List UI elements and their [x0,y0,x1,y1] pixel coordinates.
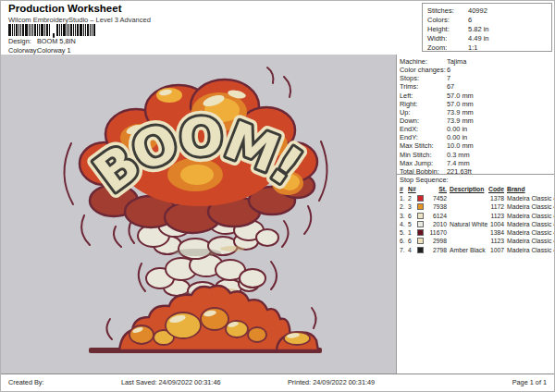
machine-info-value: 0.00 in [447,133,467,141]
barcode-bar [59,24,60,36]
stitch-count: 2998 [428,238,450,244]
stitch-count: 2798 [428,247,450,253]
machine-info-label: Left: [400,92,447,100]
summary-value: 40992 [468,6,487,15]
machine-info-value: 7 [447,74,450,82]
summary-value: 4.49 in [468,34,489,43]
needle-number: 4 [408,247,417,253]
barcode-bar [61,24,62,36]
machine-info-row: Right:57.0 mm [400,100,553,108]
barcode-bar [70,24,72,36]
needle-number: 2 [408,195,417,202]
info-panel: Machine:TajimaColor changes:6Stops:7Trim… [396,55,554,376]
barcode-bar [31,24,31,36]
machine-info-label: EndY: [400,133,447,141]
needle-number: 3 [408,203,417,210]
barcode-bar [83,24,84,36]
barcode-bar [80,24,82,36]
barcode-bar [73,24,74,36]
column-header: # [400,186,408,192]
barcode-bar [20,24,21,36]
machine-info-row: Down:73.9 mm [400,116,553,125]
barcode-bar [56,24,58,36]
stitch-count: 11670 [428,229,450,236]
column-header: N# [408,186,417,192]
machine-info-row: Up:73.9 mm [400,108,553,116]
colorway-row: Colorway: Colorway 1 [8,46,71,55]
machine-info-label: Max Jump: [400,159,447,167]
thread-color-swatch [417,203,424,210]
machine-info-row: Color changes:6 [400,66,553,74]
needle-number: 6 [408,238,417,244]
footer: Created By: Last Saved: 24/09/2022 00:31… [1,374,554,391]
barcode-bar [44,24,45,36]
stitch-count: 2010 [428,221,450,227]
machine-info-row: Trims:67 [400,82,553,91]
thread-code: 1384 [486,229,507,236]
design-label: Design: [8,37,37,45]
machine-info-label: Color changes: [400,66,447,74]
summary-value: 1:1 [468,43,477,52]
barcode-bar [92,24,92,36]
machine-info-row: EndY:0.00 in [400,133,553,141]
machine-info-value: Tajima [447,57,466,66]
boom-design-graphic: BOOM! BOOM! [1,55,396,376]
stop-sequence-row: 6.629981123Madeira Classic 40 [400,237,554,245]
machine-info-label: Trims: [400,82,447,91]
barcode-bar [16,24,18,36]
machine-info-value: 57.0 mm [447,92,474,100]
barcode-bar [41,24,43,36]
barcode-bar [49,24,50,36]
barcode-bar [32,24,33,36]
thread-color-swatch [417,238,424,244]
machine-info-row: Stops:7 [400,74,553,82]
machine-info-value: 7.4 mm [447,159,470,167]
colorway-value: Colorway 1 [37,46,71,55]
summary-label: Stitches: [427,6,468,15]
thread-code: 1123 [486,213,507,219]
stop-sequence-row: 4.52010Natural White1004Madeira Classic … [400,220,554,228]
thread-color-swatch [417,213,424,219]
design-value: BOOM 5,8IN [37,37,76,45]
production-worksheet-page: Production Worksheet Wilcom EmbroiderySt… [0,0,555,392]
summary-label: Zoom: [427,43,468,52]
machine-info-row: Max Stitch:10.0 mm [400,141,553,150]
summary-value: 6 [468,16,472,24]
needle-number: 5 [408,221,417,227]
machine-info-row: Left:57.0 mm [400,92,553,100]
stop-sequence-row: 3.661241123Madeira Classic 40 [400,211,554,219]
machine-info-value: 10.0 mm [447,141,474,150]
barcode-bar [25,24,28,36]
stop-sequence-row: 2.379381172Madeira Classic 40 [400,202,554,211]
barcode-bar [77,24,79,36]
summary-row: Width:4.49 in [427,34,551,43]
barcode-bar [90,24,91,36]
thread-description: Amber Black [450,247,486,253]
summary-label: Colors: [427,16,468,24]
barcode-bar [93,24,95,36]
barcode-bar [68,24,69,36]
barcode [8,24,96,36]
created-by-label: Created By: [8,378,44,386]
machine-info-label: Right: [400,100,447,108]
stop-sequence-table: #N#St.DescriptionCodeBrand1.274521378Mad… [400,185,554,254]
stop-number: 7. [400,247,408,253]
thread-brand: Madeira Classic 40 [507,229,555,236]
barcode-bar [63,24,66,36]
stop-number: 6. [400,238,408,244]
stop-sequence-row: 1.274521378Madeira Classic 40 [400,194,554,202]
barcode-bar [37,24,38,36]
machine-info-value: 67 [447,82,454,91]
stop-sequence-row: 5.1116701384Madeira Classic 40 [400,228,554,237]
machine-info-row: Max Jump:7.4 mm [400,159,553,167]
thread-code: 1172 [486,203,507,210]
needle-number: 6 [408,213,417,219]
barcode-bar [75,24,76,36]
stop-sequence-row: 7.42798Amber Black1007Madeira Classic 40 [400,246,554,254]
header: Production Worksheet Wilcom EmbroiderySt… [1,1,554,55]
thread-code: 1007 [486,247,507,253]
machine-info-row: EndX:0.00 in [400,125,553,133]
thread-code: 1004 [486,221,507,227]
needle-number: 1 [408,229,417,236]
machine-info-value: 0.00 in [447,125,467,133]
